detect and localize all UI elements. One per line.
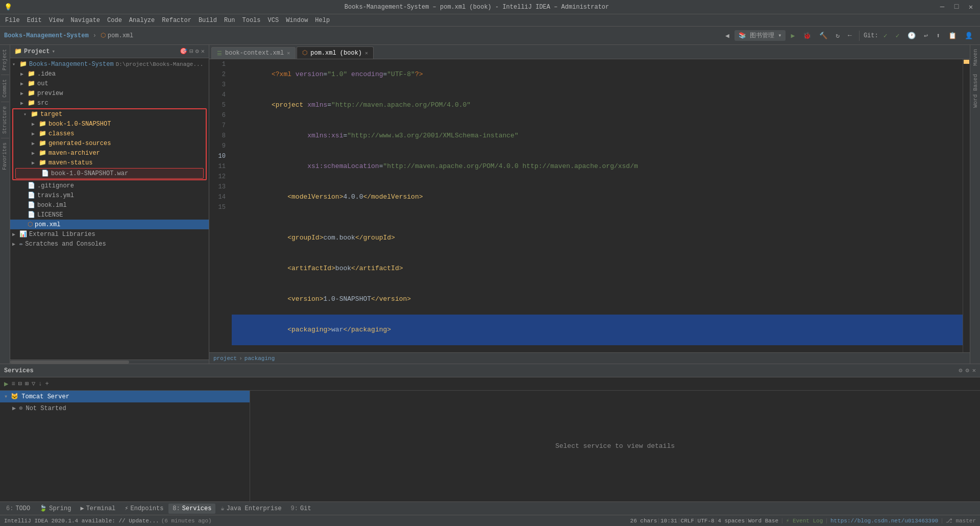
- service-not-started[interactable]: ▶ ⊗ Not Started: [0, 402, 250, 414]
- debug-btn[interactable]: 🐞: [800, 31, 814, 41]
- services-close-icon[interactable]: ✕: [972, 367, 976, 374]
- project-dropdown-icon[interactable]: ▾: [52, 48, 55, 55]
- git-undo[interactable]: ↩: [921, 31, 931, 41]
- bottom-tab-terminal[interactable]: ▶ Terminal: [76, 503, 119, 514]
- menu-help[interactable]: Help: [312, 16, 333, 25]
- menu-edit[interactable]: Edit: [24, 16, 45, 25]
- services-settings-icon[interactable]: ⚙: [959, 367, 962, 374]
- bottom-tab-services[interactable]: 8: Services: [168, 504, 215, 514]
- vertical-tab-structure[interactable]: Structure: [2, 104, 8, 136]
- menu-run[interactable]: Run: [221, 16, 238, 25]
- spring-icon: 🍃: [39, 505, 47, 512]
- services-tool5[interactable]: ↓: [38, 380, 42, 388]
- not-started-arrow: ▶: [12, 404, 16, 412]
- event-log-link[interactable]: ⚡ Event Log: [786, 517, 823, 524]
- services-tool2[interactable]: ⊟: [18, 380, 22, 388]
- tree-book-snapshot-dir[interactable]: ▶ 📁 book-1.0-SNAPSHOT: [13, 119, 206, 129]
- panel-tool-collapse[interactable]: ⊟: [189, 47, 193, 55]
- menu-tools[interactable]: Tools: [239, 16, 264, 25]
- services-tool3[interactable]: ⊞: [25, 380, 29, 388]
- git-push[interactable]: ⬆: [933, 31, 943, 41]
- tree-classes[interactable]: ▶ 📁 classes: [13, 129, 206, 138]
- navigate-back-btn[interactable]: ◀: [722, 31, 732, 41]
- tree-preview[interactable]: ▶ 📁 preview: [10, 88, 209, 98]
- code-content[interactable]: <?xml version="1.0" encoding="UTF-8"?> <…: [230, 59, 963, 352]
- bottom-tab-java-enterprise[interactable]: ☕ Java Enterprise: [216, 503, 285, 514]
- tree-generated[interactable]: ▶ 📁 generated-sources: [13, 138, 206, 148]
- bottom-tab-spring[interactable]: 🍃 Spring: [35, 503, 75, 514]
- back-btn[interactable]: ←: [845, 31, 855, 40]
- tree-license[interactable]: ▶ 📄 LICENSE: [10, 210, 209, 220]
- tab-book-context[interactable]: ☰ book-context.xml ✕: [211, 47, 296, 59]
- maximize-button[interactable]: □: [951, 3, 962, 11]
- vertical-tab-commit[interactable]: Commit: [2, 77, 8, 100]
- tab-pom-close[interactable]: ✕: [365, 50, 368, 56]
- breadcrumb-project[interactable]: project: [213, 355, 237, 362]
- tree-pom-xml[interactable]: ▶ ⬡ pom.xml: [10, 220, 209, 229]
- src-folder-icon: 📁: [28, 99, 35, 107]
- git-avatar[interactable]: 👤: [962, 31, 976, 41]
- tree-scrollbar[interactable]: [10, 360, 209, 364]
- services-gear2-icon[interactable]: ⚙: [966, 367, 969, 374]
- menu-navigate[interactable]: Navigate: [67, 16, 103, 25]
- tree-src[interactable]: ▶ 📁 src: [10, 98, 209, 108]
- services-tool6[interactable]: +: [45, 380, 49, 388]
- bottom-tab-todo[interactable]: 6: TODO: [2, 504, 34, 514]
- tree-maven-archiver[interactable]: ▶ 📁 maven-archiver: [13, 148, 206, 158]
- tab-book-context-close[interactable]: ✕: [287, 50, 290, 56]
- tree-war-file[interactable]: ▶ 📄 book-1.0-SNAPSHOT.war: [16, 169, 203, 178]
- bottom-tab-git[interactable]: 9: Git: [287, 504, 315, 514]
- manage-button[interactable]: 📚 图书管理 ▾: [734, 30, 786, 41]
- vertical-tab-project[interactable]: Project: [2, 47, 8, 73]
- build-btn[interactable]: 🔨: [816, 31, 830, 41]
- menu-code[interactable]: Code: [104, 16, 125, 25]
- vsidebar-maven[interactable]: Maven: [971, 45, 979, 70]
- tree-target[interactable]: ▾ 📁 target: [13, 109, 206, 119]
- menu-build[interactable]: Build: [195, 16, 220, 25]
- menu-view[interactable]: View: [46, 16, 67, 25]
- tree-scratches[interactable]: ▶ ✏ Scratches and Consoles: [10, 239, 209, 249]
- menu-window[interactable]: Window: [283, 16, 311, 25]
- toolbar-separator1: ›: [93, 32, 96, 39]
- code-line-10[interactable]: <packaging>war</packaging>: [232, 315, 963, 345]
- csdn-link[interactable]: https://blog.csdn.net/u013463390: [830, 518, 938, 524]
- war-file-icon: 📄: [41, 170, 49, 177]
- services-tool4[interactable]: ▽: [32, 380, 35, 388]
- close-button[interactable]: ✕: [966, 3, 976, 11]
- panel-tool-close[interactable]: ✕: [201, 47, 205, 55]
- tree-maven-status[interactable]: ▶ 📁 maven-status: [13, 158, 206, 168]
- tree-out[interactable]: ▶ 📁 out: [10, 79, 209, 88]
- tab-pom-xml[interactable]: ⬡ pom.xml (book) ✕: [297, 46, 374, 59]
- title-bar: 💡 Books-Management-System – pom.xml (boo…: [0, 0, 980, 14]
- menu-vcs[interactable]: VCS: [265, 16, 282, 25]
- vsidebar-wordbased[interactable]: Word Based: [971, 70, 979, 112]
- breadcrumb-packaging[interactable]: packaging: [244, 355, 275, 362]
- services-tool1[interactable]: ≡: [11, 380, 15, 388]
- vertical-tab-favorites[interactable]: Favorites: [2, 140, 8, 172]
- tree-root[interactable]: ▾ 📁 Books-Management-System D:\project\B…: [10, 59, 209, 69]
- tree-idea[interactable]: ▶ 📁 .idea: [10, 69, 209, 79]
- code-line-11: [232, 345, 963, 352]
- panel-tool-settings[interactable]: ⚙: [195, 47, 199, 55]
- menu-file[interactable]: File: [2, 16, 23, 25]
- minimize-button[interactable]: —: [937, 3, 947, 11]
- menu-refactor[interactable]: Refactor: [159, 16, 194, 25]
- services-num: 8:: [173, 505, 180, 512]
- tree-gitignore[interactable]: ▶ 📄 .gitignore: [10, 181, 209, 190]
- panel-tool-locate[interactable]: 🎯: [180, 47, 187, 55]
- book-snapshot-arrow: ▶: [32, 121, 39, 127]
- service-tomcat[interactable]: ▾ 🐱 Tomcat Server: [0, 391, 250, 402]
- tree-travis-label: travis.yml: [37, 192, 74, 199]
- tree-external-libs[interactable]: ▶ 📊 External Libraries: [10, 229, 209, 239]
- services-run-icon[interactable]: ▶: [4, 379, 8, 388]
- menu-analyze[interactable]: Analyze: [126, 16, 158, 25]
- git-check1[interactable]: ✓: [880, 31, 891, 41]
- tree-travis[interactable]: ▶ 📄 travis.yml: [10, 190, 209, 200]
- git-check2[interactable]: ✓: [893, 31, 903, 41]
- tree-book-iml[interactable]: ▶ 📄 book.iml: [10, 200, 209, 210]
- run-btn[interactable]: ▶: [788, 31, 798, 41]
- reload-btn[interactable]: ↻: [832, 31, 843, 41]
- git-copy[interactable]: 📋: [945, 31, 960, 41]
- git-clock[interactable]: 🕐: [904, 31, 919, 41]
- bottom-tab-endpoints[interactable]: ⚡ Endpoints: [120, 503, 167, 514]
